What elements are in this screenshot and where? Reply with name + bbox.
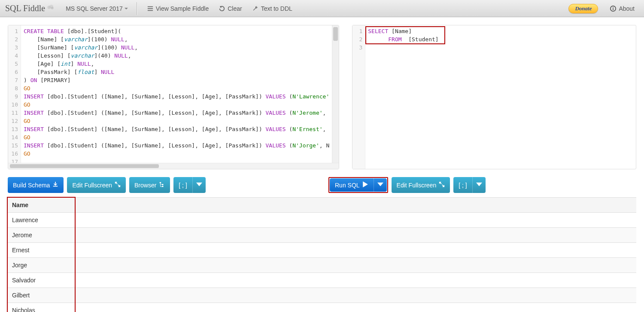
table-cell: Nicholas [8,303,636,312]
terminator-button-right[interactable]: [ ; ] [453,177,472,193]
table-cell: Jorge [8,258,636,273]
nav-view-sample[interactable]: View Sample Fiddle [143,0,213,17]
query-gutter: 123 [352,25,365,169]
highlight-run-sql: Run SQL [328,177,388,193]
schema-gutter: 1234567891011121314151617 [8,25,21,163]
run-sql-group: Run SQL [330,178,387,192]
build-schema-button[interactable]: Build Schema [8,177,64,193]
svg-rect-9 [53,186,58,187]
caret-down-icon [196,181,202,189]
brand[interactable]: SQL Fiddle [5,3,60,13]
db-engine-select[interactable]: MS SQL Server 2017 [61,0,131,17]
schema-toolbar: Build Schema Edit Fullscreen Browser [ ;… [8,177,316,193]
scrollbar-vertical[interactable] [332,25,339,163]
table-cell: Lawrence [8,213,636,228]
results-column-header: Name [8,198,636,213]
schema-code[interactable]: CREATE TABLE [dbo].[Student]( [Name] [va… [21,25,332,163]
svg-rect-12 [162,186,164,187]
table-row: Gilbert [8,288,636,303]
play-icon [362,181,368,189]
query-pane: 123 SELECT [Name] FROM [Student] [352,25,636,169]
schema-editor[interactable]: 1234567891011121314151617 CREATE TABLE [… [8,25,339,163]
svg-rect-7 [613,8,614,10]
query-toolbar: Run SQL Edit Fullscreen [ ; ] [328,177,636,193]
nav-clear[interactable]: Clear [215,0,246,17]
terminator-caret-right[interactable] [472,177,486,193]
run-sql-button[interactable]: Run SQL [330,178,374,192]
caret-down-icon [377,181,383,189]
tree-icon [159,181,165,189]
table-cell: Salvador [8,273,636,288]
info-icon [610,6,616,12]
results-table: Name LawrenceJeromeErnestJorgeSalvadorGi… [8,197,636,312]
list-icon [147,6,153,12]
svg-point-2 [51,7,54,9]
table-row: Jorge [8,258,636,273]
table-cell: Ernest [8,243,636,258]
run-sql-caret[interactable] [374,178,387,192]
table-cell: Gilbert [8,288,636,303]
caret-down-icon [476,181,482,189]
svg-rect-3 [148,6,153,7]
table-row: Salvador [8,273,636,288]
results-header-row: Name [8,198,636,213]
terminator-button-left[interactable]: [ ; ] [173,177,192,193]
navbar: SQL Fiddle MS SQL Server 2017 View Sampl… [0,0,644,17]
table-row: Nicholas [8,303,636,312]
svg-rect-4 [148,8,153,9]
results-area: Name LawrenceJeromeErnestJorgeSalvadorGi… [8,197,636,312]
expand-icon [439,181,445,189]
svg-rect-5 [148,10,153,11]
download-icon [52,181,58,189]
terminator-caret-left[interactable] [192,177,206,193]
table-row: Jerome [8,228,636,243]
schema-pane: 1234567891011121314151617 CREATE TABLE [… [8,25,339,169]
expand-icon [115,181,121,189]
terminator-group-right: [ ; ] [453,177,485,193]
terminator-group-left: [ ; ] [173,177,205,193]
browser-button[interactable]: Browser [129,177,170,193]
query-editor[interactable]: 123 SELECT [Name] FROM [Student] [352,25,636,169]
svg-rect-10 [160,182,161,184]
scrollbar-horizontal[interactable] [8,163,339,169]
edit-fullscreen-button-left[interactable]: Edit Fullscreen [67,177,126,193]
db-engine-label: MS SQL Server 2017 [66,5,123,12]
donate-button[interactable]: Donate [568,4,598,13]
query-code[interactable]: SELECT [Name] FROM [Student] [365,25,636,169]
svg-rect-8 [613,7,614,8]
nav-divider [137,2,137,15]
table-row: Lawrence [8,213,636,228]
refresh-icon [219,6,225,12]
table-row: Ernest [8,243,636,258]
table-cell: Jerome [8,228,636,243]
results-body: LawrenceJeromeErnestJorgeSalvadorGilbert… [8,213,636,312]
svg-rect-11 [162,184,164,185]
brand-text: SQL Fiddle [5,3,45,13]
nav-about[interactable]: About [606,0,639,17]
edit-fullscreen-button-right[interactable]: Edit Fullscreen [392,177,450,193]
wrench-icon [252,6,258,12]
nav-text-to-ddl[interactable]: Text to DDL [248,0,297,17]
brand-icon [47,3,55,13]
